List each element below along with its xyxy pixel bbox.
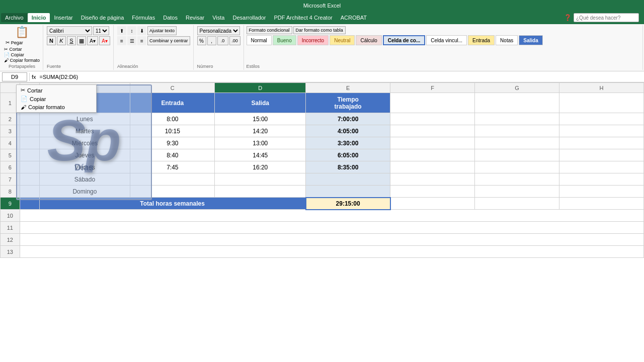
row-header-4[interactable]: 4 — [1, 137, 20, 149]
cell-d1[interactable]: Salida — [215, 93, 306, 113]
row-header-13[interactable]: 13 — [1, 246, 20, 258]
cell-b5[interactable]: Jueves — [39, 149, 130, 161]
style-calculo[interactable]: Cálculo — [356, 35, 381, 45]
cell-a7[interactable] — [20, 173, 39, 186]
cell-h9[interactable] — [559, 198, 643, 210]
col-header-f[interactable]: F — [390, 83, 475, 93]
cell-f9[interactable] — [390, 198, 475, 210]
row-header-12[interactable]: 12 — [1, 234, 20, 246]
cell-f4[interactable] — [390, 137, 475, 149]
cell-reference-input[interactable] — [2, 72, 27, 81]
comma-button[interactable]: , — [207, 36, 216, 45]
row-header-10[interactable]: 10 — [1, 210, 20, 222]
cell-d6[interactable]: 16:20 — [215, 161, 306, 173]
cell-d5[interactable]: 14:45 — [215, 149, 306, 161]
bold-button[interactable]: N — [47, 36, 56, 45]
cell-d8[interactable] — [215, 186, 306, 198]
style-salida[interactable]: Salida — [519, 35, 542, 45]
underline-button[interactable]: S — [67, 36, 76, 45]
cell-c3[interactable]: 10:15 — [130, 125, 215, 137]
style-entrada[interactable]: Entrada — [468, 35, 495, 45]
cell-c6[interactable]: 7:45 — [130, 161, 215, 173]
cell-c7[interactable] — [130, 173, 215, 186]
cell-h8[interactable] — [559, 186, 643, 198]
style-notas[interactable]: Notas — [496, 35, 518, 45]
row-header-6[interactable]: 6 — [1, 161, 20, 173]
border-button[interactable]: ▦ — [77, 36, 86, 45]
cell-a8[interactable] — [20, 186, 39, 198]
cell-b8[interactable]: Domingo — [39, 186, 130, 198]
row-header-11[interactable]: 11 — [1, 222, 20, 234]
cell-f3[interactable] — [390, 125, 475, 137]
style-normal[interactable]: Normal — [247, 35, 272, 45]
align-center-button[interactable]: ☰ — [127, 36, 136, 45]
row-header-9[interactable]: 9 — [1, 198, 20, 210]
font-color-button[interactable]: A▾ — [99, 36, 110, 45]
cell-g3[interactable] — [475, 125, 559, 137]
conditional-format-button[interactable]: Formato condicional — [247, 26, 292, 34]
cell-c4[interactable]: 9:30 — [130, 137, 215, 149]
cell-b6[interactable]: Viernes — [39, 161, 130, 173]
decrease-decimal-button[interactable]: .00 — [229, 36, 240, 45]
style-incorrecto[interactable]: Incorrecto — [297, 35, 329, 45]
cell-a4[interactable] — [20, 137, 39, 149]
col-header-g[interactable]: G — [475, 83, 559, 93]
cell-f6[interactable] — [390, 161, 475, 173]
cell-e8[interactable] — [306, 186, 390, 198]
cell-c2[interactable]: 8:00 — [130, 113, 215, 125]
cell-f5[interactable] — [390, 149, 475, 161]
cell-d2[interactable]: 15:00 — [215, 113, 306, 125]
cell-b9[interactable]: Total horas semanales — [39, 198, 306, 210]
paste-button[interactable]: 📋 — [4, 26, 40, 38]
cell-e3[interactable]: 4:05:00 — [306, 125, 390, 137]
cell-e4[interactable]: 3:30:00 — [306, 137, 390, 149]
col-header-d[interactable]: D — [215, 83, 306, 93]
cell-g9[interactable] — [475, 198, 559, 210]
cell-g6[interactable] — [475, 161, 559, 173]
cell-d4[interactable]: 13:00 — [215, 137, 306, 149]
increase-decimal-button[interactable]: .0 — [217, 36, 228, 45]
align-top-button[interactable]: ⬆ — [117, 26, 126, 35]
cell-g1[interactable] — [475, 93, 559, 113]
cell-h6[interactable] — [559, 161, 643, 173]
cell-f2[interactable] — [390, 113, 475, 125]
cell-h3[interactable] — [559, 125, 643, 137]
cell-f1[interactable] — [390, 93, 475, 113]
menu-revisar[interactable]: Revisar — [182, 13, 208, 22]
cell-g8[interactable] — [475, 186, 559, 198]
cell-d3[interactable]: 14:20 — [215, 125, 306, 137]
align-right-button[interactable]: ≡ — [137, 36, 146, 45]
cell-e7[interactable] — [306, 173, 390, 186]
col-header-h[interactable]: H — [559, 83, 643, 93]
cell-a3[interactable] — [20, 125, 39, 137]
cell-b3[interactable]: Martes — [39, 125, 130, 137]
cell-f7[interactable] — [390, 173, 475, 186]
cell-c5[interactable]: 8:40 — [130, 149, 215, 161]
cell-b4[interactable]: Miércoles — [39, 137, 130, 149]
menu-datos[interactable]: Datos — [159, 13, 182, 22]
cell-h5[interactable] — [559, 149, 643, 161]
percent-button[interactable]: % — [197, 36, 206, 45]
cell-h7[interactable] — [559, 173, 643, 186]
cell-a9[interactable] — [20, 198, 39, 210]
cell-g4[interactable] — [475, 137, 559, 149]
function-wizard-icon[interactable]: fx — [32, 74, 36, 80]
align-left-button[interactable]: ≡ — [117, 36, 126, 45]
style-neutral[interactable]: Neutral — [330, 35, 355, 45]
cell-a5[interactable] — [20, 149, 39, 161]
font-family-select[interactable]: Calibri — [47, 26, 92, 35]
row-header-2[interactable]: 2 — [1, 113, 20, 125]
cell-e6[interactable]: 8:35:00 — [306, 161, 390, 173]
cell-a2[interactable] — [20, 113, 39, 125]
menu-archivo[interactable]: Archivo — [1, 13, 28, 22]
style-celda[interactable]: Celda de co... — [383, 35, 425, 45]
row-header-5[interactable]: 5 — [1, 149, 20, 161]
formula-input[interactable] — [38, 74, 642, 80]
cell-e9[interactable]: 29:15:00 — [306, 198, 390, 210]
menu-desarrollador[interactable]: Desarrollador — [229, 13, 270, 22]
wrap-text-button[interactable]: Ajustar texto — [147, 26, 177, 35]
menu-diseno-pagina[interactable]: Diseño de página — [77, 13, 128, 22]
cell-h4[interactable] — [559, 137, 643, 149]
cell-e1[interactable]: Tiempotrabajado — [306, 93, 390, 113]
cell-g7[interactable] — [475, 173, 559, 186]
